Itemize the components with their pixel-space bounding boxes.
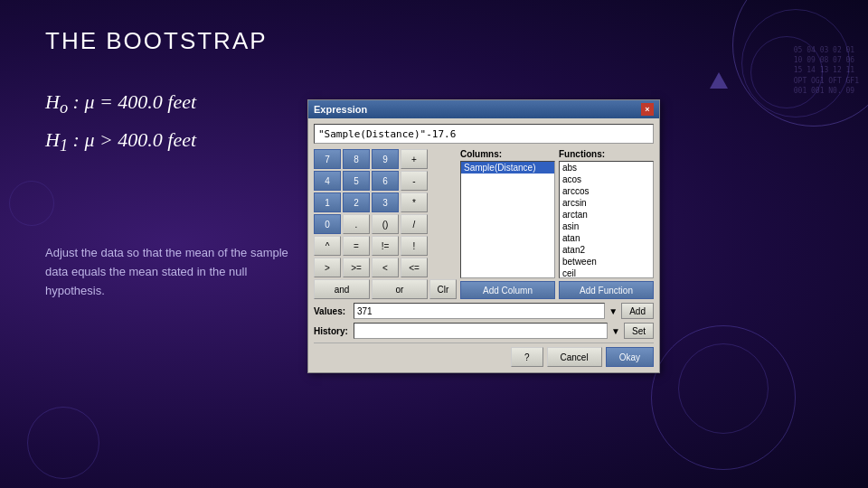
- column-item-sample-distance[interactable]: Sample(Distance): [461, 162, 554, 174]
- btn-lt[interactable]: <: [372, 258, 399, 277]
- values-row: Values: ▼ Add: [314, 303, 654, 319]
- btn-dot[interactable]: .: [343, 214, 370, 234]
- columns-listbox[interactable]: Sample(Distance): [460, 161, 555, 278]
- history-input[interactable]: [354, 323, 608, 339]
- dialog-main: 7 8 9 + 4 5 6 - 1 2 3 *: [314, 149, 654, 299]
- btn-divide[interactable]: /: [401, 214, 428, 234]
- add-function-button[interactable]: Add Function: [559, 281, 654, 299]
- cancel-button[interactable]: Cancel: [547, 347, 602, 367]
- expression-dialog: Expression × 7 8 9 + 4: [307, 99, 660, 373]
- dialog-title: Expression: [314, 104, 367, 115]
- help-button[interactable]: ?: [511, 347, 543, 367]
- btn-not-equals[interactable]: !=: [372, 236, 399, 256]
- func-acos[interactable]: acos: [560, 174, 653, 185]
- functions-list-container: abs acos arccos arcsin arctan asin atan …: [559, 161, 654, 278]
- math-expr-alt: H1 : μ > 400.0 feet: [45, 128, 196, 155]
- btn-multiply[interactable]: *: [401, 192, 428, 212]
- okay-button[interactable]: Okay: [606, 347, 654, 367]
- func-arctan[interactable]: arctan: [560, 209, 653, 221]
- add-column-button[interactable]: Add Column: [460, 281, 555, 299]
- btn-6[interactable]: 6: [372, 171, 399, 191]
- history-row: History: ▼ Set: [314, 323, 654, 339]
- functions-section: Functions: abs acos arccos arcsin arctan…: [559, 149, 654, 299]
- columns-label: Columns:: [460, 149, 555, 159]
- func-asin[interactable]: asin: [560, 221, 653, 232]
- btn-1[interactable]: 1: [314, 192, 341, 212]
- func-arccos[interactable]: arccos: [560, 185, 653, 197]
- dialog-titlebar: Expression ×: [308, 100, 659, 118]
- history-label: History:: [314, 326, 350, 336]
- functions-label: Functions:: [559, 149, 654, 159]
- btn-plus[interactable]: +: [401, 149, 428, 169]
- btn-gte[interactable]: >=: [343, 258, 370, 277]
- btn-and[interactable]: and: [314, 279, 370, 299]
- btn-exclaim[interactable]: !: [401, 236, 428, 256]
- btn-or[interactable]: or: [372, 279, 428, 299]
- btn-equals[interactable]: =: [343, 236, 370, 256]
- btn-7[interactable]: 7: [314, 149, 341, 169]
- history-set-button[interactable]: Set: [624, 323, 654, 339]
- btn-lte[interactable]: <=: [401, 258, 428, 277]
- func-atan[interactable]: atan: [560, 232, 653, 244]
- math-expr-null: Ho : μ = 400.0 feet: [45, 90, 196, 117]
- calculator-area: 7 8 9 + 4 5 6 - 1 2 3 *: [314, 149, 457, 299]
- functions-listbox[interactable]: abs acos arccos arcsin arctan asin atan …: [559, 161, 654, 278]
- btn-minus[interactable]: -: [401, 171, 428, 191]
- page-title: THE BOOTSTRAP: [45, 27, 268, 55]
- btn-5[interactable]: 5: [343, 171, 370, 191]
- btn-gt[interactable]: >: [314, 258, 341, 277]
- btn-9[interactable]: 9: [372, 149, 399, 169]
- func-atan2[interactable]: atan2: [560, 244, 653, 256]
- dialog-body: 7 8 9 + 4 5 6 - 1 2 3 *: [308, 118, 659, 372]
- wide-buttons-row: and or Clr: [314, 279, 457, 299]
- values-add-button[interactable]: Add: [621, 303, 654, 319]
- calc-grid: 7 8 9 + 4 5 6 - 1 2 3 *: [314, 149, 457, 277]
- values-label: Values:: [314, 306, 350, 316]
- expression-input[interactable]: [314, 124, 654, 144]
- btn-4[interactable]: 4: [314, 171, 341, 191]
- btn-8[interactable]: 8: [343, 149, 370, 169]
- values-dropdown-icon[interactable]: ▼: [609, 306, 618, 316]
- history-dropdown-icon[interactable]: ▼: [611, 326, 620, 336]
- math-area: Ho : μ = 400.0 feet H1 : μ > 400.0 feet: [45, 90, 196, 167]
- dialog-footer: ? Cancel Okay: [314, 343, 654, 367]
- btn-clr[interactable]: Clr: [429, 279, 457, 299]
- btn-caret[interactable]: ^: [314, 236, 341, 256]
- add-function-area: Add Function: [559, 281, 654, 299]
- btn-2[interactable]: 2: [343, 192, 370, 212]
- btn-parens[interactable]: (): [372, 214, 399, 234]
- values-input[interactable]: [354, 303, 605, 319]
- func-abs[interactable]: abs: [560, 162, 653, 174]
- description-text: Adjust the data so that the mean of the …: [45, 244, 298, 300]
- btn-0[interactable]: 0: [314, 214, 341, 234]
- dialog-close-button[interactable]: ×: [641, 103, 654, 116]
- columns-section: Columns: Sample(Distance) Add Column: [460, 149, 555, 299]
- add-column-area: Add Column: [460, 281, 555, 299]
- columns-functions-area: Columns: Sample(Distance) Add Column Fun…: [460, 149, 654, 299]
- func-arcsin[interactable]: arcsin: [560, 197, 653, 209]
- func-ceil[interactable]: ceil: [560, 267, 653, 278]
- func-between[interactable]: between: [560, 256, 653, 267]
- btn-3[interactable]: 3: [372, 192, 399, 212]
